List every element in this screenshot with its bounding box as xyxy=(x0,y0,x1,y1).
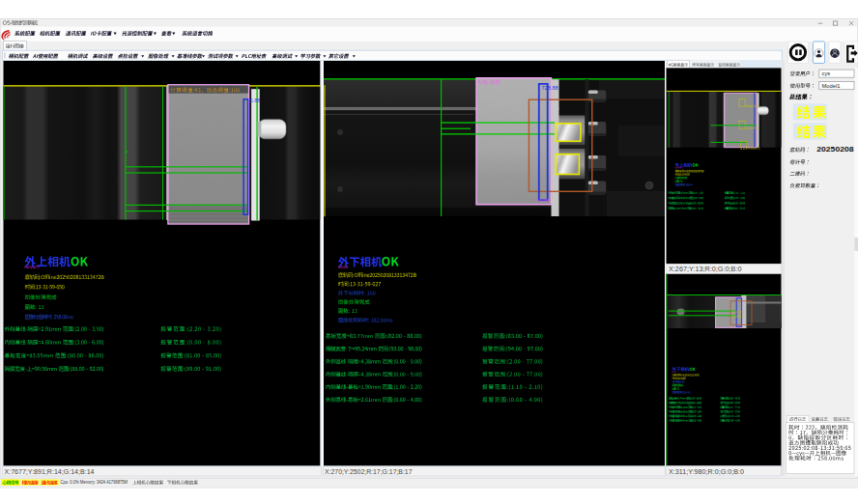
svg-text:5.88: 5.88 xyxy=(250,98,261,103)
svg-text:X:270;Y:2502;R:17;G:17;B:17: X:270;Y:2502;R:17;G:17;B:17 xyxy=(325,468,413,475)
svg-text:cys: cys xyxy=(822,70,831,76)
svg-text:Cpu: 0.0% Memory: 3424.4179687: Cpu: 0.0% Memory: 3424.41796875M xyxy=(61,479,129,485)
svg-text:X:267;Y:13;R:0;G:0;B:0: X:267;Y:13;R:0;G:0;B:0 xyxy=(669,266,742,272)
svg-text:728.88: 728.88 xyxy=(542,85,558,91)
svg-text:X:311;Y:980;R:0;G:0;B:0: X:311;Y:980;R:0;G:0;B:0 xyxy=(669,468,744,475)
svg-text:20250208: 20250208 xyxy=(816,145,854,154)
svg-text:Model1: Model1 xyxy=(822,83,841,89)
svg-text:X:7677;Y:891;R:14;G:14;B:14: X:7677;Y:891;R:14;G:14;B:14 xyxy=(5,468,95,475)
